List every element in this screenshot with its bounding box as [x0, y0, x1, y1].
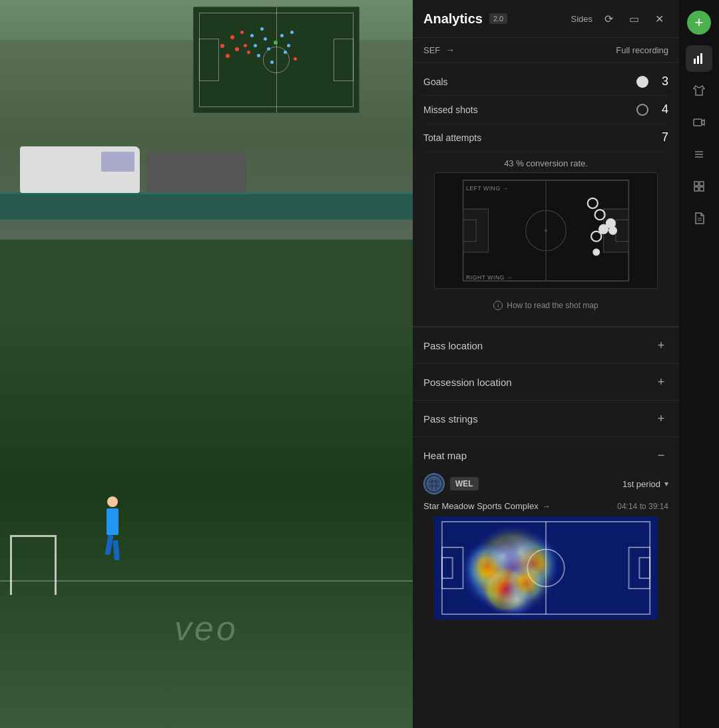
minimap-dot: [294, 57, 297, 61]
how-to-read-label: How to read the shot map: [507, 301, 598, 310]
team-badge: [423, 473, 445, 494]
heat-map-collapse-icon: −: [654, 448, 668, 462]
svg-rect-30: [700, 182, 704, 186]
heat-map-label: Heat map: [423, 450, 467, 461]
possession-location-accordion: Possession location +: [413, 363, 679, 400]
svg-rect-4: [463, 220, 476, 241]
svg-rect-6: [616, 220, 628, 241]
dark-van: [146, 153, 246, 193]
analytics-title: Analytics: [423, 11, 483, 27]
sidebar-doc-button[interactable]: [686, 205, 712, 232]
period-select[interactable]: 1st period ▾: [622, 479, 668, 489]
field-line: [0, 580, 413, 582]
sidebar-jersey-button[interactable]: [686, 77, 712, 104]
mini-map-field: [194, 7, 359, 112]
mini-map-left-box: [199, 39, 219, 81]
total-attempts-label: Total attempts: [423, 132, 636, 143]
goals-row: Goals 3: [423, 68, 668, 96]
location-link[interactable]: Star Meadow Sports Complex →: [423, 501, 551, 511]
heat-map-content: WEL 1st period ▾ Star Meadow Sports Comp…: [413, 473, 679, 641]
how-to-read[interactable]: i How to read the shot map: [423, 295, 668, 315]
field-area: [0, 329, 413, 728]
pass-strings-expand-icon: +: [654, 411, 668, 426]
sef-row: SEF → Full recording: [413, 38, 679, 63]
conversion-rate: 43 % conversion rate.: [423, 152, 668, 172]
minimap-dot: [274, 41, 278, 45]
player-head: [107, 496, 118, 507]
missed-shots-icon: [636, 104, 648, 116]
sidebar-list-button[interactable]: [686, 141, 712, 168]
sef-label: SEF: [423, 45, 440, 55]
analytics-header: Analytics 2.0 Sides ⟳ ▭ ✕: [413, 0, 679, 38]
minimap-dot: [290, 31, 294, 34]
refresh-button[interactable]: ⟳: [599, 9, 618, 28]
possession-location-expand-icon: +: [654, 375, 668, 389]
svg-rect-32: [700, 187, 704, 191]
pass-location-accordion: Pass location +: [413, 327, 679, 363]
possession-location-header[interactable]: Possession location +: [413, 364, 679, 400]
svg-point-16: [608, 226, 617, 235]
add-button[interactable]: +: [687, 11, 711, 35]
veo-watermark: veo: [174, 608, 238, 648]
svg-rect-29: [694, 182, 698, 186]
sidebar-grid-button[interactable]: [686, 173, 712, 200]
svg-text:LEFT WING →: LEFT WING →: [466, 185, 509, 192]
location-row: Star Meadow Sports Complex → 04:14 to 39…: [423, 501, 668, 516]
version-badge: 2.0: [489, 13, 507, 24]
location-arrow-icon: →: [543, 502, 551, 511]
team-tag: WEL: [450, 477, 479, 490]
minimap-dot: [230, 35, 234, 39]
sidebar-video-button[interactable]: [686, 109, 712, 136]
mini-map: [193, 7, 360, 113]
layout-button[interactable]: ▭: [624, 9, 643, 28]
minimap-dot: [250, 34, 254, 37]
missed-shots-label: Missed shots: [423, 104, 636, 115]
goals-label: Goals: [423, 77, 636, 87]
svg-rect-31: [694, 187, 698, 191]
close-button[interactable]: ✕: [650, 9, 668, 28]
shot-map-container: LEFT WING → RIGHT WING →: [434, 172, 658, 289]
goals-icon: [636, 76, 648, 88]
svg-rect-25: [694, 119, 702, 126]
minimap-dot: [247, 51, 250, 54]
minimap-dot: [264, 37, 267, 41]
total-attempts-value: 7: [655, 130, 668, 144]
minimap-dot: [280, 34, 284, 37]
fence: [0, 193, 413, 220]
period-label: 1st period: [622, 479, 660, 489]
player-legs: [107, 535, 119, 555]
heat-map-accordion: Heat map − WEL 1st period ▾: [413, 437, 679, 641]
svg-point-8: [545, 229, 547, 232]
svg-text:RIGHT WING →: RIGHT WING →: [466, 274, 513, 281]
heatmap-canvas: [434, 516, 658, 620]
analytics-panel: Analytics 2.0 Sides ⟳ ▭ ✕ SEF → Full rec…: [413, 0, 679, 728]
minimap-dot: [235, 47, 239, 51]
goals-value: 3: [655, 75, 668, 89]
minimap-dot: [270, 61, 274, 64]
pass-location-label: Pass location: [423, 340, 483, 351]
minimap-dot: [260, 27, 264, 31]
goal-post: [10, 535, 57, 595]
svg-rect-23: [697, 56, 699, 64]
shot-map-svg: LEFT WING → RIGHT WING →: [435, 173, 657, 288]
heat-map-header[interactable]: Heat map −: [413, 437, 679, 473]
minimap-dot: [220, 44, 224, 48]
missed-shots-value: 4: [655, 102, 668, 116]
minimap-dot: [244, 44, 247, 47]
sef-arrow-icon: →: [445, 45, 455, 55]
heatmap-team-row: WEL 1st period ▾: [423, 473, 668, 501]
minimap-dot: [254, 44, 257, 47]
svg-rect-22: [694, 59, 696, 64]
sidebar-analytics-button[interactable]: [686, 45, 712, 72]
sidebar-icons: +: [679, 0, 719, 728]
possession-location-label: Possession location: [423, 377, 512, 388]
video-panel: veo: [0, 0, 413, 728]
missed-shots-row: Missed shots 4: [423, 96, 668, 124]
full-recording-label: Full recording: [616, 45, 668, 55]
pass-strings-header[interactable]: Pass strings +: [413, 401, 679, 437]
pass-location-header[interactable]: Pass location +: [413, 327, 679, 363]
svg-point-17: [593, 249, 600, 256]
stats-section: Goals 3 Missed shots 4 Total attempts 7 …: [413, 63, 679, 327]
minimap-dot: [226, 54, 230, 58]
sides-label: Sides: [571, 14, 593, 24]
